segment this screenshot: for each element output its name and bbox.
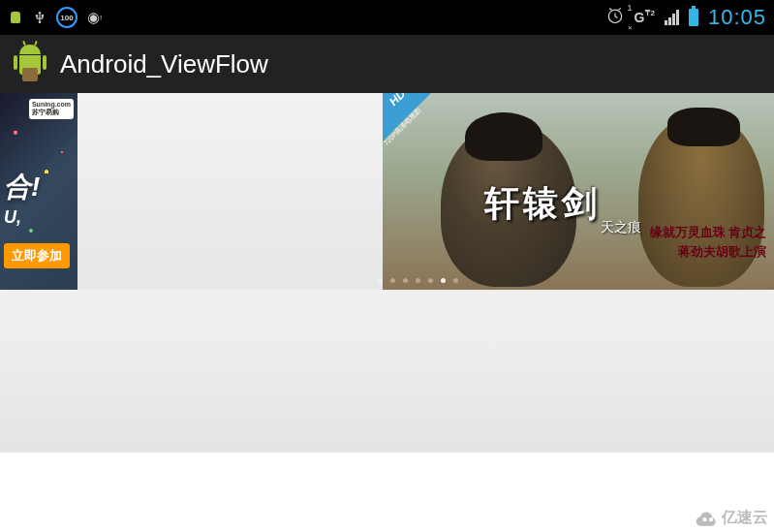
- battery-badge-icon: 100: [56, 7, 77, 28]
- indicator-dot[interactable]: [453, 278, 458, 283]
- show-tagline-2: 蒋劲夫胡歌上演: [678, 243, 766, 261]
- indicator-dot-active[interactable]: [441, 278, 446, 283]
- alarm-badge-top: 1: [628, 3, 633, 13]
- carousel-slide-prev[interactable]: Suning.com苏宁易购 合! U, 立即参加: [0, 93, 77, 290]
- page-indicator: [378, 278, 458, 283]
- app-icon: [14, 45, 46, 83]
- watermark: 亿速云: [695, 508, 768, 528]
- viewflow-carousel[interactable]: Suning.com苏宁易购 合! U, 立即参加 HD 720P高清电视剧 轩…: [0, 93, 774, 290]
- usb-icon: [33, 9, 46, 26]
- battery-icon: [689, 9, 698, 26]
- slide-subline: U,: [4, 207, 21, 228]
- show-title: 轩辕剑: [484, 180, 601, 228]
- show-subtitle: 天之痕: [601, 219, 641, 236]
- status-bar: 100 ◉! 1 × G ₸2 10:05: [0, 0, 774, 35]
- show-tagline-1: 缘就万灵血珠 肯贞之: [650, 224, 766, 241]
- alarm-icon: 1 ×: [605, 6, 625, 29]
- disc-icon: ◉!: [87, 9, 102, 26]
- cloud-icon: [695, 511, 718, 526]
- signal-icon: [665, 10, 679, 25]
- alarm-badge-bottom: ×: [628, 23, 633, 32]
- content-area: Suning.com苏宁易购 合! U, 立即参加 HD 720P高清电视剧 轩…: [0, 93, 774, 532]
- status-right-group: 1 × G ₸2 10:05: [605, 5, 766, 30]
- indicator-dot[interactable]: [390, 278, 395, 283]
- android-debug-icon: [8, 9, 23, 26]
- indicator-dot[interactable]: [428, 278, 433, 283]
- indicator-dot[interactable]: [403, 278, 408, 283]
- app-title: Android_ViewFlow: [60, 49, 268, 79]
- indicator-dot[interactable]: [378, 278, 383, 283]
- watermark-text: 亿速云: [722, 508, 768, 528]
- network-type-icon: G ₸2: [635, 10, 655, 25]
- slide-headline: 合!: [4, 169, 40, 205]
- status-left-group: 100 ◉!: [8, 7, 102, 28]
- slide-brand-badge: Suning.com苏宁易购: [29, 99, 74, 119]
- join-now-button[interactable]: 立即参加: [4, 243, 70, 268]
- app-title-bar: Android_ViewFlow: [0, 35, 774, 93]
- carousel-slide-next[interactable]: HD 720P高清电视剧 轩辕剑 天之痕 缘就万灵血珠 肯贞之 蒋劲夫胡歌上演: [383, 93, 774, 290]
- clock: 10:05: [708, 5, 766, 30]
- indicator-dot[interactable]: [416, 278, 420, 283]
